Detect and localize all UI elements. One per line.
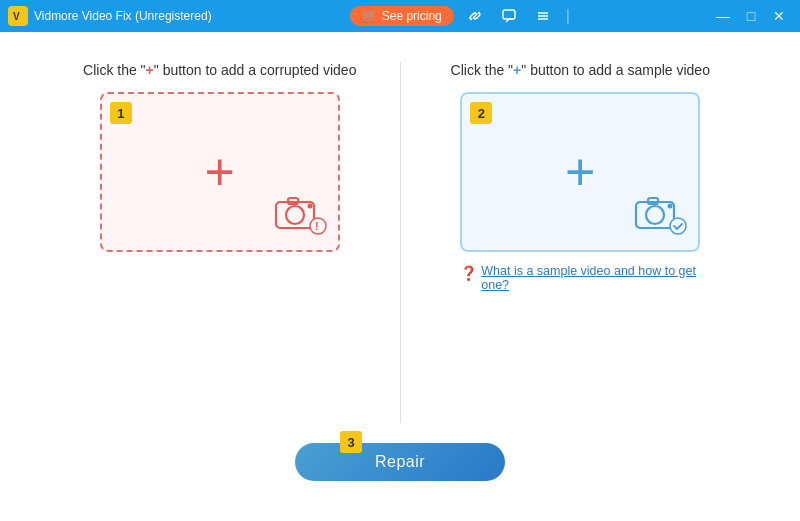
svg-point-15 bbox=[668, 204, 673, 209]
close-button[interactable]: ✕ bbox=[766, 3, 792, 29]
panels: Click the "+" button to add a corrupted … bbox=[40, 52, 760, 433]
help-link-container: ❓ What is a sample video and how to get … bbox=[460, 264, 700, 292]
chat-icon-button[interactable] bbox=[496, 3, 522, 29]
svg-point-7 bbox=[286, 206, 304, 224]
left-panel-title: Click the "+" button to add a corrupted … bbox=[83, 62, 356, 78]
main-content: Click the "+" button to add a corrupted … bbox=[0, 32, 800, 521]
bottom-bar: 3 Repair bbox=[40, 433, 760, 501]
titlebar-right: — □ ✕ bbox=[710, 3, 792, 29]
sample-video-help-link[interactable]: What is a sample video and how to get on… bbox=[481, 264, 700, 292]
badge-3: 3 bbox=[340, 431, 362, 453]
right-panel-title: Click the "+" button to add a sample vid… bbox=[451, 62, 710, 78]
see-pricing-button[interactable]: 🛒 See pricing bbox=[350, 6, 454, 26]
add-corrupted-icon: + bbox=[205, 146, 235, 198]
minimize-button[interactable]: — bbox=[710, 3, 736, 29]
corrupted-video-dropzone[interactable]: 1 + ! bbox=[100, 92, 340, 252]
see-pricing-label: See pricing bbox=[382, 9, 442, 23]
app-title: Vidmore Video Fix (Unregistered) bbox=[34, 9, 212, 23]
separator: | bbox=[566, 7, 570, 25]
cart-icon: 🛒 bbox=[362, 9, 377, 23]
badge-1: 1 bbox=[110, 102, 132, 124]
repair-button[interactable]: Repair bbox=[295, 443, 505, 481]
svg-point-9 bbox=[307, 204, 312, 209]
svg-text:!: ! bbox=[315, 220, 319, 232]
maximize-button[interactable]: □ bbox=[738, 3, 764, 29]
badge-2: 2 bbox=[470, 102, 492, 124]
svg-text:V: V bbox=[13, 11, 20, 22]
titlebar-center: 🛒 See pricing | bbox=[350, 3, 572, 29]
help-circle-icon: ❓ bbox=[460, 265, 477, 281]
sample-camera-icon bbox=[632, 192, 684, 236]
right-plus-text: + bbox=[513, 62, 521, 78]
menu-icon-button[interactable] bbox=[530, 3, 556, 29]
corrupted-camera-icon: ! bbox=[272, 192, 324, 236]
titlebar-left: V Vidmore Video Fix (Unregistered) bbox=[8, 6, 212, 26]
left-plus-text: + bbox=[146, 62, 154, 78]
svg-point-16 bbox=[670, 218, 686, 234]
link-icon-button[interactable] bbox=[462, 3, 488, 29]
svg-point-13 bbox=[646, 206, 664, 224]
svg-rect-2 bbox=[503, 10, 515, 19]
left-panel: Click the "+" button to add a corrupted … bbox=[40, 52, 400, 433]
titlebar: V Vidmore Video Fix (Unregistered) 🛒 See… bbox=[0, 0, 800, 32]
app-logo: V bbox=[8, 6, 28, 26]
right-panel: Click the "+" button to add a sample vid… bbox=[401, 52, 761, 433]
add-sample-icon: + bbox=[565, 146, 595, 198]
sample-video-dropzone[interactable]: 2 + bbox=[460, 92, 700, 252]
